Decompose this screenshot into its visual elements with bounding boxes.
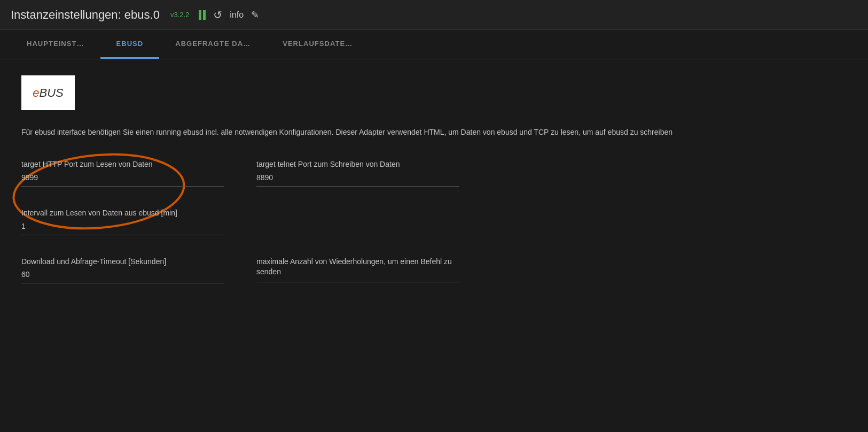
field-max-retries-label: maximale Anzahl von Wiederholungen, um e… (256, 257, 470, 277)
field-http-port-wrapper: target HTTP Port zum Lesen von Daten 999… (21, 159, 235, 187)
refresh-button[interactable]: ↻ (213, 9, 222, 21)
field-telnet-port-label: target telnet Port zum Schreiben von Dat… (256, 159, 470, 170)
pause-button[interactable] (199, 10, 206, 20)
logo-text: eBUS (33, 86, 64, 100)
field-max-retries: maximale Anzahl von Wiederholungen, um e… (256, 257, 470, 284)
tab-haupteinstellungen[interactable]: HAUPTEINST… (11, 30, 100, 59)
field-timeout: Download und Abfrage-Timeout [Sekunden] … (21, 257, 235, 284)
header-icons: ↻ info ✎ (199, 9, 259, 21)
field-telnet-port: target telnet Port zum Schreiben von Dat… (256, 159, 470, 187)
field-intervall-underline (21, 235, 224, 235)
field-intervall-label: Intervall zum Lesen von Daten aus ebusd … (21, 208, 235, 219)
pause-bar-left (199, 10, 201, 20)
ebus-logo: eBUS (21, 75, 75, 110)
field-intervall-value: 1 (21, 222, 235, 230)
header: Instanzeinstellungen: ebus.0 v3.2.2 ↻ in… (0, 0, 868, 30)
field-http-port-value: 9999 (21, 173, 235, 182)
field-timeout-label: Download und Abfrage-Timeout [Sekunden] (21, 257, 235, 267)
tabs-bar: HAUPTEINST… EBUSD ABGEFRAGTE DA… VERLAUF… (0, 30, 868, 59)
field-timeout-value: 60 (21, 270, 235, 279)
page-title: Instanzeinstellungen: ebus.0 (11, 8, 160, 22)
version-badge: v3.2.2 (170, 11, 189, 19)
pause-bar-right (203, 10, 206, 20)
field-telnet-port-value: 8890 (256, 173, 470, 182)
settings-section: target HTTP Port zum Lesen von Daten 999… (21, 159, 847, 283)
field-max-retries-underline (256, 282, 459, 282)
settings-row-2: Intervall zum Lesen von Daten aus ebusd … (21, 208, 847, 235)
settings-row-3: Download und Abfrage-Timeout [Sekunden] … (21, 257, 847, 284)
field-http-port: target HTTP Port zum Lesen von Daten 999… (21, 159, 235, 187)
field-intervall: Intervall zum Lesen von Daten aus ebusd … (21, 208, 235, 235)
field-http-port-label: target HTTP Port zum Lesen von Daten (21, 159, 235, 170)
field-http-port-underline (21, 186, 224, 187)
main-content: eBUS Für ebusd interface benötigen Sie e… (0, 59, 868, 321)
field-telnet-port-underline (256, 186, 459, 187)
field-timeout-underline (21, 283, 224, 283)
tab-abgefragte[interactable]: ABGEFRAGTE DA… (159, 30, 267, 59)
settings-row-1: target HTTP Port zum Lesen von Daten 999… (21, 159, 847, 187)
tab-ebusd[interactable]: EBUSD (100, 30, 160, 59)
info-button[interactable]: info (230, 10, 244, 20)
tab-verlaufsdaten[interactable]: VERLAUFSDATE… (267, 30, 369, 59)
edit-button[interactable]: ✎ (251, 9, 259, 21)
description-text: Für ebusd interface benötigen Sie einen … (21, 126, 823, 138)
